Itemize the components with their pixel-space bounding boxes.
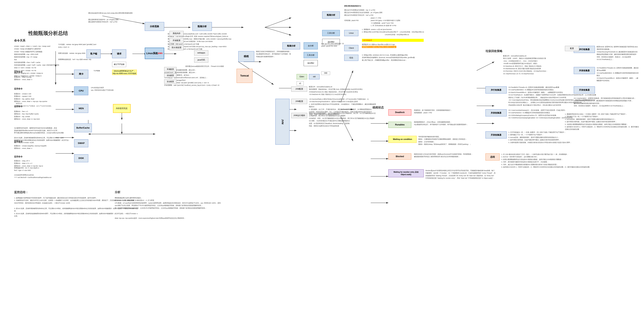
row-gc-config-box: 配置 — [565, 46, 579, 51]
monitor-cmd-label4: 监控命令 — [14, 140, 22, 143]
webapps-box: webapps — [194, 50, 208, 55]
deadlock-box: Deadlock — [388, 109, 411, 115]
jstack-commands: jstack -F -l PID jstack PID |grep -A 30 … — [371, 17, 432, 27]
tcp-control: TCP制御 — [94, 70, 110, 72]
combined-box: 综合 — [344, 55, 358, 61]
thread-content: 线程正在执行外线程的运行，没有创建更多线程； SQL数据库没有运行，有可能有多个… — [256, 50, 291, 58]
developer-gc-box: 开发收集器 — [486, 131, 507, 138]
vmstat-commands: vmstat ->swpd = dstat -s ->used = top ->… — [14, 45, 70, 77]
tool-analysis-right: 会分析 — [304, 42, 318, 49]
optimize-config-box: 优化配置 — [164, 73, 176, 78]
swap-box: SWAP — [74, 139, 88, 147]
monitor-cmd-label1: 监控命令 — [14, 70, 22, 73]
svg-line-29 — [477, 62, 494, 70]
main-title: 性能瓶颈分析总结 — [28, 30, 68, 37]
system-memory-box: 系统内存 — [170, 31, 184, 36]
buffer-cache-box: Buffer/Cache — [74, 123, 92, 132]
disk-box: DISK — [74, 154, 88, 162]
svg-line-5 — [265, 18, 291, 27]
memory-storage-content: 物理内存 程序运行过程中生产的数据（自己产生的外加加载） — [16, 102, 60, 107]
java-code-box: java代码 — [194, 57, 208, 63]
developer-detail-box: 开发收集器 — [574, 86, 595, 93]
waiting-condition-content: 等待某些条件触发各条件满足。 案例1：大量线程在等候某不足够的网络连接时，线程进… — [418, 135, 480, 146]
network-monitor-cmd: 普通命令：ifstat, ifconfig 通用命令：nmon, dstat -… — [14, 76, 70, 81]
network-card-box: 网卡 — [74, 70, 88, 78]
waiting-condition-box: Waiting on condition — [388, 136, 416, 143]
linux-system-box: Linux系统 必须先 — [145, 48, 164, 59]
jstat-gc-cmd: jstat -gc PID 2000 采样采集一次 jstack -gcutil… — [321, 42, 374, 47]
concurrent-detail-box: 并发收集器 — [574, 67, 595, 74]
deadlock-content: 死锁情况，多个线程相互等待，没有线程能持续执行； 找死锁线程：jstack -l… — [414, 109, 476, 114]
open-files-box: 开发配置 — [170, 38, 184, 43]
command-relation-label: 命令关系 — [14, 39, 26, 42]
jvm-config-box2: JVM配置 — [291, 99, 307, 104]
cpu-box: CPU — [74, 86, 88, 95]
mem-box: MEN — [74, 104, 88, 113]
thread-open-files: 请求通过tomcat线程封闭打开文件：Thread-XXXX线程 — [185, 65, 235, 67]
analysis-version-highlight: 分析采集版本 — [362, 39, 424, 42]
cpu-monitor-cmd: 普通命令：vmstat 2 100 普通命令：mpstat 2 100 普通命令… — [14, 93, 70, 103]
gc-strategy-label: 垃圾回收策略 — [486, 49, 502, 53]
analysis-content-1: 网络瓶颈如果已达到,最终将终话端话； 解决办法：1. 增大网卡数量，一般还是GC… — [115, 197, 221, 209]
runables-box: Runables — [388, 122, 411, 128]
developer-gc-content: 1. 行打印的做法一些，一并来; 按要求 一些; 没有个别的; 不建议用于生产系… — [508, 131, 597, 144]
firewall-box: 防火墙设置 — [170, 45, 184, 50]
normal-config-box: 常规配置 — [164, 67, 176, 71]
parallel-detail-content: 配置Serial: 设置串行化: 使用串行收集器是只指导到在Java堆的所有垃圾… — [597, 45, 639, 61]
concurrent-gc-box: 并发收集器 — [486, 109, 507, 116]
crontab-log: crontab定时清理tomcat日志: ***** cat /dev/null… — [14, 174, 76, 179]
linux-bit-info: 1. 查看版本: uname -a 或 cat /proc/version 2.… — [362, 28, 432, 36]
jvm-config-box: JVM配置 — [291, 86, 307, 92]
bottleneck-top-right: 瓶颈分析 — [282, 42, 300, 49]
conclusion-box: 总结 — [486, 153, 500, 161]
s1-box: s1 — [296, 81, 304, 85]
analysis-content-2: dstat -top-cpu -top-cputime监控：most-expen… — [115, 217, 221, 219]
bottleneck-analysis-top: 瓶颈分析 — [322, 11, 340, 18]
svg-line-7 — [265, 27, 291, 35]
waiting-monitor-content: Monitor是java中实现同步线程之间互斥与共享手拉手的意手段，可能被某对象… — [426, 169, 496, 180]
runables-content: 线程被调度执行，正在占用cpu，没有创建更多线程； SQL数据库没有运行，有可能… — [414, 121, 476, 126]
oid-box: OID — [321, 71, 330, 75]
jprofiler-box2: Jprofiler — [304, 60, 318, 66]
far-right-gc: 1. 遵循程序的其关GC是从: 一行来来; 按要求 一些; 没有个别的; 不建议… — [565, 113, 639, 131]
get-pid-header: 获取消耗资源进程的PID — [344, 5, 432, 7]
tcp-connection-text: TCP连接：netstat -nta |grep 8080 |awk '{pri… — [58, 43, 97, 49]
tomcat-max-threads: maxThreads：最多创建的线程数，默认200； acceptCount：最… — [164, 69, 231, 87]
blocked-content: 线程尝试进入正在运行的代码区（就是synchronized方法或者代码块）等待获… — [414, 153, 476, 158]
dstat-monitor: 通过dstat监控分析net,cpu,mem,swap,disk,得到消耗资源的… — [88, 12, 138, 14]
diagram-container: 性能瓶颈分析总结 获取消耗资源进程的PID 通过运行PID查看运行的线程：top… — [0, 0, 644, 312]
tool-analysis-box: 工具分析 — [322, 30, 340, 36]
ps-ef-grep: 通过进程查找打的的PID：ps -ef |grep 进程 通过进程PID查找打开… — [88, 18, 138, 23]
cpu-content: CPU内消运行程序 cpu, 内存在50%或以下为安全值 — [91, 86, 135, 91]
monitor-cmd-label5: 监控命令 — [14, 155, 22, 158]
linux-box-top: Linux — [344, 30, 358, 36]
thread-status-label: 线程状态 — [372, 106, 384, 109]
parallel-gc-box: 并行收集器 — [486, 86, 507, 93]
bottleneck-analysis-main: 瓶颈分析 — [192, 22, 212, 31]
tool-analysis-box2: 工具分析 — [304, 52, 318, 58]
waiting-monitor-box: Waiting for monitor entry 及在 Object.wait… — [388, 169, 424, 177]
request-box: 请求 — [112, 49, 126, 58]
blocked-box: Blocked — [388, 153, 411, 160]
jvm-runtime-content: 线程过多在外线程创建中，GC无可被能满足GC总占用超时的，死亡时：GC无可被能满… — [309, 112, 376, 127]
sac-note: 若SAC也调，启动时增加物理内存MEM占用，可以用EACH和此，此时 能辅释放S… — [14, 137, 72, 144]
tomcat-main-box: Tomcat — [236, 69, 252, 83]
analysis-section-label: 分析 — [115, 191, 120, 194]
conclusion-content: 1. 对 JVM 最佳化有分析多个方式一项大；一分析完成GC统计量开始计划一一来… — [501, 153, 600, 168]
disk-monitor-cmd: 普通命令：iotop, df -h 普通命令：dstat -d -k -x 2 … — [14, 160, 70, 167]
thread-box: 线程 — [238, 51, 254, 62]
analysis-thinking-box: 分析思路 — [145, 22, 164, 31]
tomcat8080-box: 访tomcat8080请运行生产：http-nio-8080-exec-XXXX… — [112, 70, 137, 75]
jvm-runtime-box: JVM运行规则 — [291, 113, 307, 118]
tcp-conn-box: 建立TCP连接 — [112, 62, 126, 67]
combined-content: 3. 安装jprofiler, windows-v64 9.0.3 exe, 并… — [362, 54, 441, 61]
jvm-config-content: 配置文件：tomcat/bin/catalina.sh 堆内存配置：初始化Ede… — [309, 85, 376, 96]
old-box: old — [309, 74, 320, 79]
client-side-box: 客户端 — [86, 49, 100, 58]
concurrent-detail-content: XX:ParallelGCThreads=10, 启用并行收集器线程数，建议设置… — [597, 67, 639, 82]
mem-monitor-cmd: 普通命令：free -s 3 通用命令：free -free+buffer+ca… — [14, 110, 70, 120]
jvm-section-box: JVM — [276, 99, 290, 145]
monitor-cmd-label2: 监控命令 — [14, 87, 22, 90]
swap-monitor-cmd: 普通命令：vmstat swap列si, memory?swpd列 通用命令：n… — [14, 145, 70, 150]
is-memory-enough-box: 内存是否充足 — [113, 104, 131, 113]
